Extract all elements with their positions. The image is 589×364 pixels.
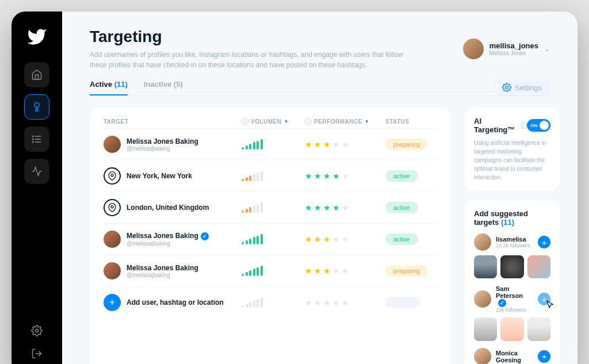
thumb	[500, 255, 523, 278]
suggested-targets-card: Add suggested targets (11) lisamelisa 18…	[465, 200, 560, 364]
thumb	[500, 317, 523, 340]
svg-point-7	[36, 329, 39, 332]
nav-targeting[interactable]	[24, 94, 49, 120]
info-icon: i	[521, 122, 527, 129]
suggested-avatar	[474, 290, 491, 308]
suggested-item: Sam Peterson ✓15k followers+	[474, 285, 550, 313]
table-row[interactable]: Melissa Jones Baking@melissajbaking★★★★★…	[104, 128, 437, 160]
info-icon: i	[242, 118, 248, 125]
volumen-bars	[242, 266, 305, 276]
suggested-subtitle: 15k followers	[496, 307, 533, 313]
verified-icon: ✓	[201, 232, 209, 240]
user-avatar	[104, 136, 121, 153]
tab-inactive[interactable]: Inactive (5)	[144, 80, 183, 95]
table-row[interactable]: New York, New York★★★★★active	[104, 160, 437, 191]
page-title: Targeting	[90, 28, 412, 46]
thumb	[527, 317, 550, 340]
caret-down-icon: ▼	[284, 119, 289, 124]
target-name: Melissa Jones Baking✓	[127, 232, 209, 240]
table-row[interactable]: London, United Kingdom★★★★★active	[104, 191, 437, 223]
target-handle: @melissajbaking	[127, 240, 209, 247]
plus-icon: +	[104, 294, 121, 311]
sidebar	[12, 12, 62, 364]
nav-activity[interactable]	[24, 159, 49, 184]
col-volumen[interactable]: iVOLUMEN▼	[242, 118, 305, 125]
suggested-avatar	[474, 348, 491, 364]
logo	[25, 25, 48, 48]
volumen-bars	[242, 139, 305, 150]
targets-table: TARGET iVOLUMEN▼ iPERFORMANCE▼ STATUS Me…	[90, 108, 451, 364]
add-suggested-button[interactable]: +	[538, 350, 550, 363]
svg-point-4	[33, 136, 34, 137]
svg-point-6	[33, 141, 34, 143]
performance-stars: ★★★★★	[305, 140, 385, 149]
user-avatar	[104, 262, 121, 279]
ai-toggle[interactable]: ON	[527, 119, 550, 132]
performance-stars: ★★★★★	[305, 235, 385, 244]
nav-settings[interactable]	[31, 325, 43, 339]
user-menu[interactable]: mellisa_jones Melissa Jones ⌄	[463, 28, 550, 70]
table-row[interactable]: Melissa Jones Baking@melissajbaking★★★★★…	[104, 255, 437, 286]
performance-stars: ★★★★★	[305, 171, 385, 181]
user-avatar	[463, 39, 484, 59]
table-row[interactable]: Melissa Jones Baking✓@melissajbaking★★★★…	[104, 223, 437, 255]
nav-list[interactable]	[24, 127, 49, 152]
volumen-bars	[242, 202, 305, 213]
add-suggested-button[interactable]: +	[538, 293, 550, 305]
volumen-bars	[242, 171, 305, 181]
svg-point-9	[506, 86, 508, 89]
caret-down-icon: ▼	[365, 119, 369, 124]
suggested-thumbs	[474, 317, 550, 340]
col-performance[interactable]: iPERFORMANCE▼	[305, 118, 385, 125]
col-target: TARGET	[104, 118, 242, 125]
target-handle: @melissajbaking	[127, 145, 198, 152]
suggested-name: Monica Goesing	[496, 350, 533, 363]
svg-point-10	[111, 174, 113, 177]
nav-home[interactable]	[24, 62, 49, 87]
target-handle: @melissajbaking	[127, 272, 198, 278]
svg-point-11	[111, 206, 113, 208]
location-icon	[104, 167, 121, 185]
suggested-item: lisamelisa 18.2k followers+	[474, 233, 550, 251]
col-status: STATUS	[385, 118, 437, 125]
thumb	[474, 255, 497, 278]
target-name: Melissa Jones Baking	[127, 264, 198, 272]
suggested-subtitle: 18.2k followers	[496, 243, 533, 248]
settings-button[interactable]: Settings	[494, 79, 550, 95]
suggested-item: Monica Goesing +	[474, 348, 550, 364]
volumen-bars	[242, 234, 305, 244]
location-icon	[104, 199, 121, 216]
page-subtitle: Add usernames of profiles you like, Inst…	[90, 49, 412, 70]
performance-stars: ★★★★★	[305, 203, 385, 212]
status-badge: preparing	[385, 265, 428, 277]
thumb	[474, 317, 497, 340]
cursor-icon	[545, 300, 555, 310]
target-name: Melissa Jones Baking	[127, 137, 198, 145]
performance-stars: ★★★★★	[305, 266, 385, 275]
suggested-name: lisamelisa	[496, 236, 533, 243]
suggested-name: Sam Peterson ✓	[496, 285, 533, 307]
tab-active[interactable]: Active (11)	[90, 80, 128, 95]
status-badge: active	[385, 202, 418, 213]
thumb	[527, 255, 550, 278]
user-username: mellisa_jones	[489, 41, 538, 50]
info-icon: i	[305, 118, 312, 125]
svg-point-5	[33, 139, 34, 140]
user-avatar	[104, 231, 121, 248]
status-badge: preparing	[385, 139, 428, 150]
nav-logout[interactable]	[31, 348, 43, 362]
suggested-avatar	[474, 233, 491, 251]
status-badge: active	[385, 170, 418, 182]
suggested-thumbs	[474, 255, 550, 278]
add-suggested-button[interactable]: +	[538, 236, 550, 248]
status-badge: active	[385, 233, 418, 245]
ai-targeting-card: AI Targeting™i ON Using artificial intel…	[465, 108, 560, 191]
user-displayname: Melissa Jones	[489, 50, 538, 56]
chevron-down-icon: ⌄	[544, 45, 550, 53]
ai-description: Using artificial intelligence in targete…	[474, 139, 550, 182]
add-target-row[interactable]: + Add user, hashtag or location ★★★★★ .	[104, 286, 437, 318]
verified-icon: ✓	[498, 299, 506, 307]
target-name: New York, New York	[127, 172, 192, 180]
target-name: London, United Kingdom	[127, 204, 209, 212]
